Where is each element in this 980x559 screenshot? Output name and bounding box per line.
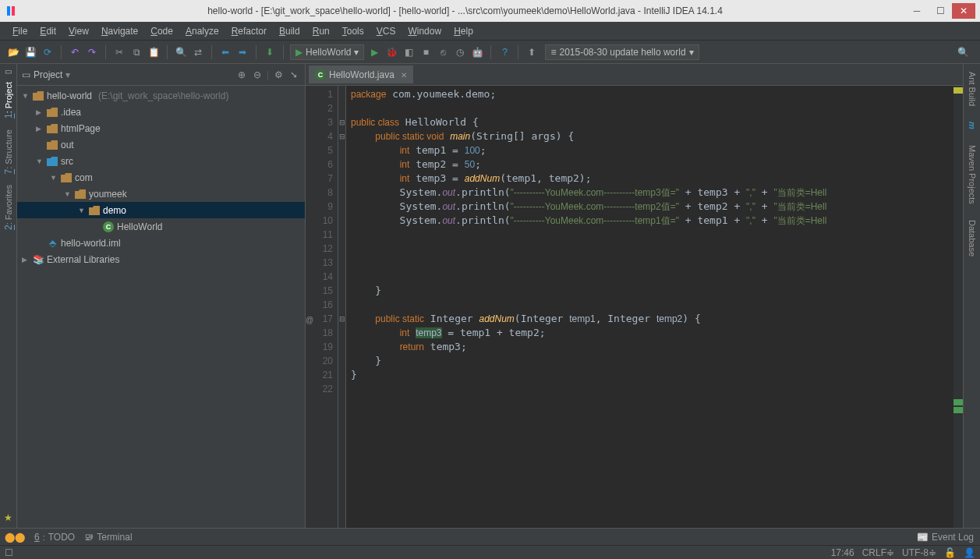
folder-icon xyxy=(75,189,86,200)
vcs-changelist-selector[interactable]: ≡ 2015-08-30 update hello world ▾ xyxy=(545,44,699,60)
menu-window[interactable]: Window xyxy=(402,24,448,38)
paste-icon[interactable]: 📋 xyxy=(147,45,161,59)
project-icon[interactable]: ▭ xyxy=(5,67,12,76)
fold-gutter[interactable]: ⊟⊟⊟ xyxy=(338,86,346,528)
editor-tab[interactable]: C HelloWorld.java ✕ xyxy=(309,65,413,83)
right-tab-database[interactable]: Database xyxy=(966,215,978,261)
lock-icon[interactable]: 🔓 xyxy=(944,547,956,558)
inspector-icon[interactable]: 👤 xyxy=(964,547,975,558)
left-tab-favorites[interactable]: 2: Favorites xyxy=(2,180,16,235)
debug-button[interactable]: 🐞 xyxy=(384,45,398,59)
menu-code[interactable]: Code xyxy=(144,24,179,38)
project-panel: ▭ Project ▾ ⊕ ⊖ | ⚙ ➘ ▼hello-world(E:\gi… xyxy=(17,64,306,528)
search-everywhere-icon[interactable]: 🔍 xyxy=(953,47,974,58)
tree-node[interactable]: ▶htmlPage xyxy=(17,120,305,136)
undo-icon[interactable]: ↶ xyxy=(68,45,82,59)
right-tab-maven-projects[interactable]: Maven Projects xyxy=(966,140,978,209)
folder-icon xyxy=(33,90,44,101)
menubar: FileEditViewNavigateCodeAnalyzeRefactorB… xyxy=(0,22,980,41)
terminal-tab[interactable]: 🖳 Terminal xyxy=(84,532,132,543)
tree-node[interactable]: ▶📚External Libraries xyxy=(17,251,305,267)
run-button[interactable]: ▶ xyxy=(367,45,381,59)
refresh-icon[interactable]: ⟳ xyxy=(41,45,55,59)
attach-button[interactable]: ⎋ xyxy=(436,45,450,59)
tree-node[interactable]: ▼com xyxy=(17,169,305,186)
tree-node[interactable]: ▶.idea xyxy=(17,104,305,120)
event-log-tab[interactable]: 📰 Event Log xyxy=(917,532,974,543)
change-marker[interactable] xyxy=(953,407,963,413)
menu-refactor[interactable]: Refactor xyxy=(225,24,273,38)
warning-marker[interactable] xyxy=(953,87,963,94)
play-icon: ▶ xyxy=(295,47,302,58)
close-tab-icon[interactable]: ✕ xyxy=(401,71,407,80)
right-tab-ant-build[interactable]: Ant Build xyxy=(966,67,978,111)
find-icon[interactable]: 🔍 xyxy=(174,45,188,59)
coverage-button[interactable]: ◧ xyxy=(402,45,416,59)
menu-tools[interactable]: Tools xyxy=(336,24,370,38)
menu-analyze[interactable]: Analyze xyxy=(179,24,225,38)
tree-node[interactable]: ▼src xyxy=(17,153,305,169)
redo-icon[interactable]: ↷ xyxy=(85,45,99,59)
tree-node[interactable]: out xyxy=(17,136,305,153)
code-editor[interactable]: package com.youmeek.demo; public class H… xyxy=(346,86,953,528)
back-icon[interactable]: ⬅ xyxy=(218,45,232,59)
menu-vcs[interactable]: VCS xyxy=(370,24,402,38)
line-gutter[interactable]: 1234567891011121314151617@1819202122 xyxy=(306,86,338,528)
open-icon[interactable]: 📂 xyxy=(6,45,20,59)
vcs-changelist-label: 2015-08-30 update hello world xyxy=(559,47,685,58)
todo-tab[interactable]: 6: TODO xyxy=(34,532,75,543)
left-tab-project[interactable]: 1: Project xyxy=(2,77,16,123)
status-encoding[interactable]: UTF-8≑ xyxy=(902,547,936,558)
star-icon[interactable]: ★ xyxy=(4,512,12,523)
copy-icon[interactable]: ⧉ xyxy=(129,45,143,59)
iml-icon: ⬘ xyxy=(47,238,58,249)
minimize-button[interactable]: ─ xyxy=(905,3,929,19)
project-tree[interactable]: ▼hello-world(E:\git_work_space\hello-wor… xyxy=(17,86,305,528)
close-button[interactable]: ✕ xyxy=(952,3,975,19)
profile-button[interactable]: ◷ xyxy=(453,45,467,59)
save-icon[interactable]: 💾 xyxy=(23,45,37,59)
menu-edit[interactable]: Edit xyxy=(34,24,62,38)
vcs-update-icon[interactable]: ⬆ xyxy=(525,45,539,59)
maximize-button[interactable]: ☐ xyxy=(929,3,952,19)
tree-node[interactable]: ▼hello-world(E:\git_work_space\hello-wor… xyxy=(17,87,305,104)
run-config-label: HelloWorld xyxy=(306,47,351,58)
status-lineend[interactable]: CRLF≑ xyxy=(862,547,894,558)
folder-icon xyxy=(61,172,72,183)
make-icon[interactable]: ⬇ xyxy=(263,45,277,59)
status-icon[interactable]: ☐ xyxy=(5,547,13,558)
tree-node[interactable]: CHelloWorld xyxy=(17,218,305,235)
folder-blue-icon xyxy=(47,156,58,167)
gear-icon[interactable]: ⚙ xyxy=(272,69,285,81)
menu-build[interactable]: Build xyxy=(273,24,306,38)
left-tab-structure[interactable]: 7: Structure xyxy=(2,125,16,179)
scroll-target-icon[interactable]: ⊕ xyxy=(235,69,248,81)
menu-run[interactable]: Run xyxy=(306,24,336,38)
folder-icon xyxy=(47,107,58,118)
help-icon[interactable]: ? xyxy=(497,45,511,59)
android-button[interactable]: 🤖 xyxy=(470,45,484,59)
indicator-icon[interactable]: ⬤⬤ xyxy=(5,532,25,543)
change-marker[interactable] xyxy=(953,399,963,405)
collapse-icon[interactable]: ⊖ xyxy=(251,69,264,81)
editor-tabs: C HelloWorld.java ✕ xyxy=(306,64,963,86)
menu-help[interactable]: Help xyxy=(448,24,479,38)
tree-node[interactable]: ⬘hello-world.iml xyxy=(17,235,305,251)
stop-button[interactable]: ■ xyxy=(419,45,433,59)
replace-icon[interactable]: ⇄ xyxy=(191,45,205,59)
cut-icon[interactable]: ✂ xyxy=(112,45,126,59)
menu-view[interactable]: View xyxy=(62,24,95,38)
log-icon: 📰 xyxy=(917,532,929,543)
menu-navigate[interactable]: Navigate xyxy=(95,24,144,38)
right-tab-m[interactable]: m xyxy=(966,117,978,134)
error-stripe[interactable] xyxy=(953,86,963,528)
tree-node[interactable]: ▼demo xyxy=(17,202,305,218)
hide-icon[interactable]: ➘ xyxy=(288,69,300,81)
class-icon: C xyxy=(103,221,114,232)
menu-file[interactable]: File xyxy=(6,24,34,38)
folder-icon xyxy=(47,123,58,134)
tree-node[interactable]: ▼youmeek xyxy=(17,186,305,202)
forward-icon[interactable]: ➡ xyxy=(235,45,249,59)
chevron-down-icon[interactable]: ▾ xyxy=(65,69,70,80)
run-config-selector[interactable]: ▶ HelloWorld ▾ xyxy=(290,44,364,60)
